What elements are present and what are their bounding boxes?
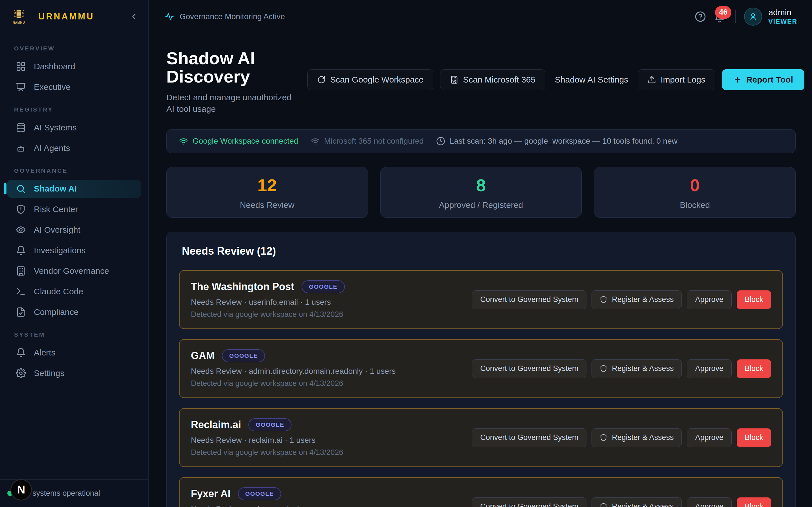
sidebar-section-system: SYSTEM	[11, 331, 141, 338]
avatar	[744, 8, 762, 25]
page-actions: Scan Google Workspace Scan Microsoft 365…	[307, 69, 804, 90]
convert-button[interactable]: Convert to Governed System	[472, 497, 587, 507]
block-button[interactable]: Block	[737, 359, 771, 378]
register-assess-label: Register & Assess	[612, 502, 673, 507]
register-assess-button[interactable]: Register & Assess	[592, 429, 682, 447]
convert-button[interactable]: Convert to Governed System	[472, 359, 587, 378]
sidebar-item-dashboard[interactable]: Dashboard	[7, 57, 141, 75]
sidebar-item-risk-center[interactable]: Risk Center	[7, 200, 141, 218]
register-assess-button[interactable]: Register & Assess	[592, 290, 682, 309]
sidebar-item-label: Shadow AI	[34, 184, 77, 193]
tablet-emblem-icon	[11, 9, 27, 22]
sidebar-item-label: Compliance	[34, 307, 79, 317]
google-workspace-status: Google Workspace connected	[179, 136, 298, 146]
sidebar-nav: OVERVIEW Dashboard Executive REGISTRY AI…	[0, 33, 148, 382]
sidebar-item-investigations[interactable]: Investigations	[7, 241, 141, 260]
notifications-button[interactable]: 46	[714, 10, 727, 23]
sidebar-item-label: Vendor Governance	[34, 266, 109, 276]
help-circle-icon	[695, 11, 706, 22]
tool-row-fyxer: Fyxer AI GOOGLE Needs Review · unknown.a…	[179, 477, 783, 507]
sidebar-item-ai-oversight[interactable]: AI Oversight	[7, 221, 141, 239]
page-header: Shadow AI Discovery Detect and manage un…	[166, 49, 796, 115]
tool-info: The Washington Post GOOGLE Needs Review …	[191, 280, 345, 319]
user-menu[interactable]: admin VIEWER	[744, 8, 797, 25]
block-button[interactable]: Block	[737, 290, 771, 309]
sidebar-item-label: Risk Center	[34, 205, 78, 214]
sidebar-item-ai-agents[interactable]: AI Agents	[7, 139, 141, 157]
shield-alert-icon	[16, 204, 26, 214]
sidebar: NAMMU URNAMMU OVERVIEW Dashboard Executi…	[0, 0, 149, 507]
sidebar-item-label: AI Oversight	[34, 225, 80, 235]
sidebar-item-alerts[interactable]: Alerts	[7, 344, 141, 362]
stat-card-needs-review: 12 Needs Review	[166, 167, 368, 218]
approve-button[interactable]: Approve	[687, 497, 732, 507]
block-button[interactable]: Block	[737, 429, 771, 447]
approve-button[interactable]: Approve	[687, 429, 732, 447]
tool-row-washington-post: The Washington Post GOOGLE Needs Review …	[179, 270, 783, 329]
scan-microsoft-365-button[interactable]: Scan Microsoft 365	[440, 69, 545, 90]
sidebar-item-ai-systems[interactable]: AI Systems	[7, 119, 141, 136]
tool-meta: Needs Review · reclaim.ai · 1 users	[191, 436, 343, 445]
needs-review-panel: Needs Review (12) The Washington Post GO…	[166, 232, 796, 507]
sidebar-item-claude-code[interactable]: Claude Code	[7, 283, 141, 300]
nextjs-dev-badge[interactable]: N	[10, 479, 32, 501]
tool-info: GAM GOOGLE Needs Review · admin.director…	[191, 349, 396, 388]
sidebar-header: NAMMU URNAMMU	[0, 0, 148, 33]
approve-button[interactable]: Approve	[687, 359, 732, 378]
monitoring-status: Governance Monitoring Active	[165, 12, 285, 21]
sidebar-item-label: Investigations	[34, 245, 86, 255]
main-area: Governance Monitoring Active 46 admin	[149, 0, 812, 507]
user-meta: admin VIEWER	[768, 8, 797, 25]
sidebar-section-governance: GOVERNANCE	[11, 167, 141, 174]
register-assess-button[interactable]: Register & Assess	[592, 359, 682, 378]
convert-button[interactable]: Convert to Governed System	[472, 429, 587, 447]
shield-icon	[600, 365, 607, 372]
import-logs-label: Import Logs	[661, 75, 705, 84]
help-button[interactable]	[695, 11, 706, 22]
scan-google-workspace-button[interactable]: Scan Google Workspace	[307, 69, 434, 90]
sidebar-item-settings[interactable]: Settings	[7, 364, 141, 382]
sidebar-item-label: AI Systems	[34, 123, 77, 132]
bot-icon	[16, 143, 26, 153]
block-button[interactable]: Block	[737, 497, 771, 507]
tool-name: Fyxer AI	[191, 488, 231, 500]
user-icon	[749, 12, 758, 21]
register-assess-label: Register & Assess	[612, 364, 673, 373]
tool-row-reclaim: Reclaim.ai GOOGLE Needs Review · reclaim…	[179, 408, 783, 467]
page-title: Shadow AI Discovery	[166, 49, 299, 86]
refresh-icon	[317, 75, 326, 84]
stat-value: 12	[257, 175, 277, 195]
scan-microsoft-label: Scan Microsoft 365	[463, 75, 536, 84]
stat-value: 0	[690, 175, 700, 195]
sidebar-item-vendor-governance[interactable]: Vendor Governance	[7, 262, 141, 280]
upload-icon	[648, 75, 656, 84]
clock-icon	[436, 136, 445, 146]
tool-detected: Detected via google workspace on 4/13/20…	[191, 310, 345, 319]
register-assess-button[interactable]: Register & Assess	[592, 497, 682, 507]
sidebar-collapse-button[interactable]	[129, 12, 139, 21]
approve-button[interactable]: Approve	[687, 290, 732, 309]
tool-actions: Convert to Governed System Register & As…	[472, 497, 771, 507]
user-role-badge: VIEWER	[768, 18, 797, 25]
import-logs-button[interactable]: Import Logs	[638, 69, 715, 90]
stat-value: 8	[476, 175, 486, 195]
sidebar-item-label: Alerts	[34, 348, 56, 357]
nextjs-n-logo: N	[17, 483, 26, 496]
shield-icon	[600, 503, 607, 507]
shield-icon	[600, 434, 607, 441]
shadow-ai-settings-link[interactable]: Shadow AI Settings	[552, 69, 631, 90]
tool-meta: Needs Review · admin.directory.domain.re…	[191, 367, 396, 376]
sidebar-item-compliance[interactable]: Compliance	[7, 303, 141, 321]
sidebar-section-registry: REGISTRY	[11, 106, 141, 113]
building-icon	[16, 266, 26, 276]
sidebar-item-executive[interactable]: Executive	[7, 78, 141, 96]
sidebar-item-shadow-ai[interactable]: Shadow AI	[7, 180, 141, 198]
bell-icon	[16, 245, 26, 256]
report-tool-button[interactable]: Report Tool	[722, 69, 804, 90]
stat-card-approved: 8 Approved / Registered	[380, 167, 582, 218]
convert-button[interactable]: Convert to Governed System	[472, 290, 587, 309]
wifi-icon	[179, 136, 188, 146]
tool-info: Reclaim.ai GOOGLE Needs Review · reclaim…	[191, 418, 343, 457]
building-icon	[450, 75, 458, 84]
microsoft-365-status: Microsoft 365 not configured	[311, 136, 424, 146]
